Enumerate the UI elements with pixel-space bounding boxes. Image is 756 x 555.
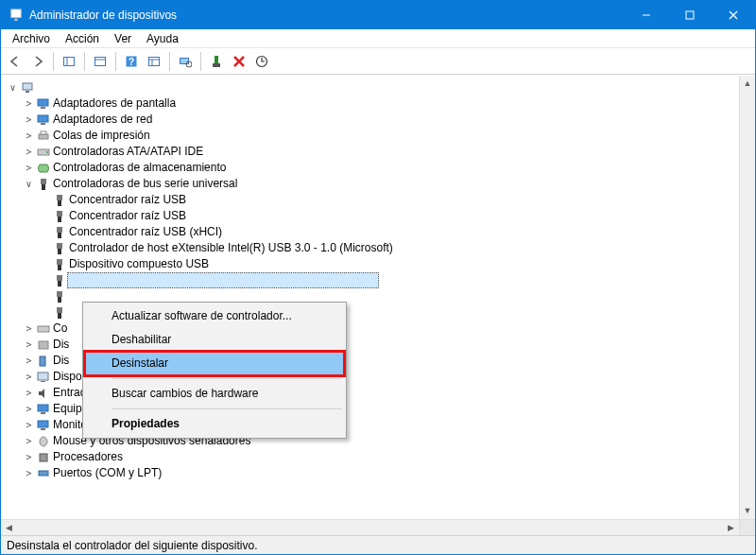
separator <box>200 52 201 71</box>
svg-rect-36 <box>58 200 61 206</box>
menu-ver[interactable]: Ver <box>107 30 139 47</box>
svg-rect-1 <box>14 19 18 22</box>
expander-icon[interactable]: ∨ <box>7 79 19 95</box>
svg-rect-3 <box>686 11 694 19</box>
back-button[interactable] <box>5 51 26 72</box>
properties2-button[interactable] <box>144 51 164 72</box>
update-driver-button[interactable] <box>251 51 272 72</box>
forward-button[interactable] <box>27 51 48 72</box>
expander-icon[interactable]: > <box>23 385 35 401</box>
separator <box>169 52 170 71</box>
ctx-scan-hardware[interactable]: Buscar cambios de hardware <box>85 382 344 406</box>
ctx-update-driver[interactable]: Actualizar software de controlador... <box>85 304 344 328</box>
properties-button[interactable] <box>90 51 111 72</box>
svg-rect-24 <box>26 91 29 93</box>
svg-rect-0 <box>11 9 22 18</box>
expander-icon[interactable]: > <box>23 160 35 176</box>
expander-icon[interactable]: > <box>23 449 35 465</box>
expander-icon[interactable]: > <box>23 144 35 160</box>
expander-icon[interactable]: > <box>23 401 35 417</box>
svg-rect-55 <box>41 381 45 382</box>
tree-item-processors[interactable]: >Procesadores <box>23 449 755 465</box>
tree-item-usb-device[interactable]: Concentrador raíz USB <box>39 192 755 208</box>
close-button[interactable] <box>712 1 755 29</box>
expander-icon[interactable]: > <box>23 433 35 449</box>
toolbar: ? <box>1 48 755 75</box>
root-node[interactable]: ∨ <box>7 79 755 95</box>
menu-archivo[interactable]: Archivo <box>5 30 58 47</box>
tree-label: Colas de impresión <box>51 128 150 144</box>
scroll-up-icon[interactable]: ▲ <box>740 76 755 92</box>
tree-item-usb-device[interactable]: Concentrador raíz USB <box>39 208 755 224</box>
horizontal-scrollbar[interactable]: ◀ ▶ <box>1 519 755 535</box>
svg-rect-12 <box>149 57 160 65</box>
tree-item-ide-controllers[interactable]: >Controladoras ATA/ATAPI IDE <box>23 144 755 160</box>
device-manager-window: Administrador de dispositivos Archivo Ac… <box>0 0 756 555</box>
tree-item-storage-controllers[interactable]: >Controladoras de almacenamiento <box>23 160 755 176</box>
svg-rect-54 <box>38 373 48 380</box>
tree-item-usb-device[interactable]: Controlador de host eXtensible Intel(R) … <box>39 240 755 256</box>
svg-rect-28 <box>41 123 45 125</box>
context-menu: Actualizar software de controlador... De… <box>82 302 347 439</box>
expander-icon[interactable]: ∨ <box>23 176 35 192</box>
tree-item-usb-device[interactable]: Concentrador raíz USB (xHCI) <box>39 224 755 240</box>
svg-rect-56 <box>38 405 48 411</box>
minimize-button[interactable] <box>625 1 668 29</box>
menu-accion[interactable]: Acción <box>58 30 107 47</box>
show-hide-tree-button[interactable] <box>59 51 79 72</box>
tree-item-usb-controllers[interactable]: ∨Controladoras de bus serie universal <box>23 176 755 192</box>
svg-rect-33 <box>41 179 46 184</box>
svg-rect-26 <box>41 107 45 109</box>
tree-item-usb-device-selected[interactable] <box>39 272 755 288</box>
expander-icon[interactable]: > <box>23 417 35 433</box>
ctx-properties[interactable]: Propiedades <box>85 412 344 436</box>
expander-icon[interactable]: > <box>23 465 35 481</box>
tree-label: Adaptadores de red <box>51 112 152 128</box>
expander-icon[interactable]: > <box>23 337 35 353</box>
expander-icon[interactable]: > <box>23 95 35 112</box>
expander-icon[interactable]: > <box>23 112 35 128</box>
svg-rect-38 <box>58 217 61 222</box>
expander-icon[interactable]: > <box>23 353 35 369</box>
tree-item-ports[interactable]: >Puertos (COM y LPT) <box>23 465 755 481</box>
device-tree[interactable]: ∨ >Adaptadores de pantalla >Adaptadores … <box>1 76 755 519</box>
maximize-button[interactable] <box>668 1 712 29</box>
tree-label: Controladoras de bus serie universal <box>51 176 237 192</box>
status-text: Desinstala el controlador del siguiente … <box>7 539 257 552</box>
svg-rect-37 <box>57 211 62 217</box>
scan-hardware-button[interactable] <box>175 51 196 72</box>
uninstall-button[interactable] <box>229 51 249 72</box>
port-icon <box>35 468 51 479</box>
vertical-scrollbar[interactable]: ▲ ▼ <box>739 76 755 519</box>
svg-point-32 <box>46 151 48 153</box>
scroll-down-icon[interactable]: ▼ <box>740 503 755 519</box>
usb-icon <box>35 178 51 191</box>
tree-item-display-adapters[interactable]: >Adaptadores de pantalla <box>23 95 755 112</box>
svg-rect-52 <box>39 341 48 349</box>
ctx-disable[interactable]: Deshabilitar <box>85 328 344 352</box>
svg-rect-44 <box>58 265 61 270</box>
ctx-uninstall[interactable]: Desinstalar <box>85 352 344 375</box>
tree-item-usb-device[interactable]: Dispositivo compuesto USB <box>39 256 755 272</box>
help-button[interactable]: ? <box>121 51 142 72</box>
network-icon <box>35 114 51 126</box>
svg-rect-25 <box>38 99 48 106</box>
svg-rect-34 <box>42 184 45 190</box>
tree-item-network-adapters[interactable]: >Adaptadores de red <box>23 112 755 128</box>
expander-icon[interactable]: > <box>23 369 35 385</box>
svg-rect-53 <box>40 356 45 366</box>
enable-button[interactable] <box>206 51 227 72</box>
usb-icon <box>51 290 67 304</box>
expander-icon[interactable]: > <box>23 321 35 337</box>
titlebar[interactable]: Administrador de dispositivos <box>1 1 755 29</box>
tree-item-print-queues[interactable]: >Colas de impresión <box>23 128 755 144</box>
svg-rect-35 <box>57 195 62 200</box>
scroll-right-icon[interactable]: ▶ <box>723 520 739 535</box>
svg-rect-57 <box>41 412 45 414</box>
scroll-left-icon[interactable]: ◀ <box>1 520 17 535</box>
separator <box>84 52 85 71</box>
menu-ayuda[interactable]: Ayuda <box>139 30 186 47</box>
svg-rect-50 <box>58 313 61 319</box>
expander-icon[interactable]: > <box>23 128 35 144</box>
ide-icon <box>35 323 51 335</box>
